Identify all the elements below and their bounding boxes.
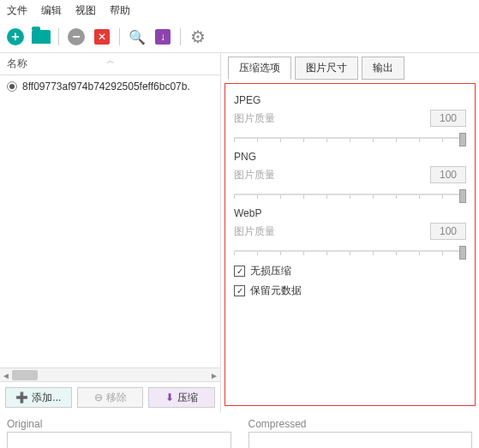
webp-quality-slider[interactable]: [234, 243, 466, 259]
menubar: 文件 编辑 视图 帮助: [0, 0, 479, 21]
quality-value[interactable]: 100: [430, 110, 466, 127]
compressed-preview: [248, 432, 473, 448]
toolbar: + − ✕ 🔍 ↓ ⚙: [0, 21, 479, 53]
group-title: WebP: [234, 207, 466, 219]
scroll-right-icon[interactable]: ►: [208, 368, 220, 382]
remove-files-button[interactable]: ⊖移除: [77, 387, 144, 408]
gear-icon: ⚙: [190, 27, 206, 47]
list-item[interactable]: 8ff09773af974b74292505feff6bc07b.: [0, 79, 220, 94]
column-name: 名称: [7, 57, 27, 71]
tab-image-size[interactable]: 图片尺寸: [295, 57, 358, 80]
folder-icon: [32, 30, 51, 44]
remove-button[interactable]: −: [66, 27, 87, 47]
list-body: 8ff09773af974b74292505feff6bc07b.: [0, 75, 220, 367]
quality-value[interactable]: 100: [430, 166, 466, 183]
plus-icon: +: [7, 28, 24, 45]
quality-label: 图片质量: [234, 168, 275, 182]
menu-edit[interactable]: 编辑: [41, 3, 62, 18]
plus-icon: ➕: [15, 391, 28, 403]
separator: [119, 28, 120, 45]
group-title: PNG: [234, 151, 466, 163]
tab-compress-options[interactable]: 压缩选项: [228, 57, 291, 80]
slider-thumb[interactable]: [459, 189, 466, 203]
quality-label: 图片质量: [234, 224, 275, 239]
png-quality-slider[interactable]: [234, 187, 466, 202]
tab-output[interactable]: 输出: [362, 57, 404, 80]
lossless-checkbox[interactable]: 无损压缩: [234, 264, 466, 278]
webp-group: WebP 图片质量 100: [234, 207, 466, 259]
download-icon: ⬇: [165, 391, 174, 403]
separator: [58, 28, 59, 45]
quality-value[interactable]: 100: [430, 223, 466, 240]
checkbox-icon: [234, 285, 245, 296]
options-panel: 压缩选项 图片尺寸 输出 JPEG 图片质量 100 PNG 图片: [221, 53, 479, 413]
preview-bar: Original Compressed: [0, 413, 479, 448]
menu-help[interactable]: 帮助: [110, 3, 130, 18]
horizontal-scrollbar[interactable]: ◄ ►: [0, 367, 220, 381]
left-buttons: ➕添加... ⊖移除 ⬇压缩: [0, 381, 220, 413]
minus-icon: −: [68, 28, 85, 45]
slider-thumb[interactable]: [459, 246, 466, 260]
group-title: JPEG: [234, 94, 466, 106]
add-files-button[interactable]: ➕添加...: [5, 387, 72, 408]
jpeg-group: JPEG 图片质量 100: [234, 94, 466, 146]
minus-icon: ⊖: [94, 391, 103, 403]
png-group: PNG 图片质量 100: [234, 151, 466, 202]
separator: [180, 28, 181, 45]
settings-button[interactable]: ⚙: [188, 27, 208, 47]
open-folder-button[interactable]: [31, 27, 51, 47]
compressed-label: Compressed: [248, 416, 473, 432]
checkbox-icon: [234, 266, 245, 277]
download-icon: ↓: [155, 29, 171, 45]
compress-button[interactable]: ↓: [153, 27, 173, 47]
file-name: 8ff09773af974b74292505feff6bc07b.: [22, 81, 190, 93]
trash-icon: ✕: [94, 29, 110, 45]
file-list-panel: 名称 ︿ 8ff09773af974b74292505feff6bc07b. ◄…: [0, 53, 221, 413]
search-button[interactable]: 🔍: [127, 27, 147, 47]
tabs: 压缩选项 图片尺寸 输出: [221, 53, 479, 80]
add-button[interactable]: +: [5, 27, 26, 47]
delete-button[interactable]: ✕: [92, 27, 112, 47]
metadata-checkbox[interactable]: 保留元数据: [234, 284, 466, 298]
original-label: Original: [7, 416, 231, 432]
list-header[interactable]: 名称 ︿: [0, 53, 220, 75]
quality-label: 图片质量: [234, 111, 275, 126]
bullet-icon: [7, 81, 17, 92]
jpeg-quality-slider[interactable]: [234, 130, 466, 146]
compress-files-button[interactable]: ⬇压缩: [148, 387, 215, 408]
scroll-left-icon[interactable]: ◄: [0, 368, 12, 382]
original-preview: [7, 432, 231, 448]
search-icon: 🔍: [129, 29, 146, 45]
slider-thumb[interactable]: [459, 133, 466, 146]
menu-file[interactable]: 文件: [7, 3, 27, 18]
scroll-thumb[interactable]: [12, 370, 38, 380]
compress-options-pane: JPEG 图片质量 100 PNG 图片质量 100: [225, 83, 476, 406]
menu-view[interactable]: 视图: [75, 3, 96, 18]
sort-asc-icon: ︿: [106, 55, 115, 67]
